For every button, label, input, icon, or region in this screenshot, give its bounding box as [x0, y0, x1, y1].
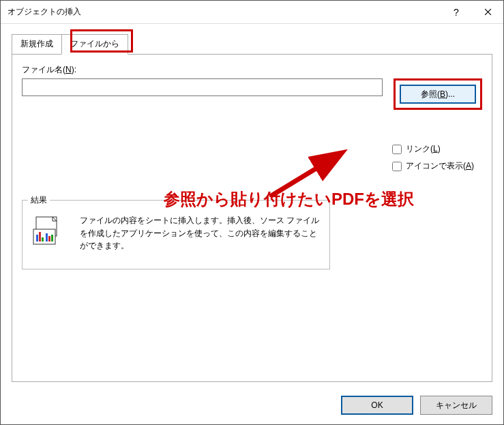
browse-highlight: 参照(B)... — [394, 78, 482, 110]
file-line: 参照(B)... — [22, 78, 482, 110]
tab-panel: ファイル名(N): 参照(B)... リンク(L) アイコンで表示(A) — [12, 54, 492, 382]
filename-label: ファイル名(N): — [22, 64, 482, 76]
icon-checkbox-row[interactable]: アイコンで表示(A) — [392, 160, 474, 172]
window-title: オブジェクトの挿入 — [8, 6, 81, 18]
dialog-buttons: OK キャンセル — [1, 389, 503, 424]
ok-button[interactable]: OK — [341, 396, 413, 415]
svg-rect-6 — [46, 233, 48, 241]
close-icon — [484, 8, 492, 16]
svg-rect-7 — [48, 236, 50, 241]
result-body: ファイルの内容をシートに挿入します。挿入後、ソース ファイルを作成したアプリケー… — [32, 214, 320, 252]
svg-rect-8 — [51, 235, 53, 241]
file-row: ファイル名(N): 参照(B)... — [22, 64, 482, 110]
result-description: ファイルの内容をシートに挿入します。挿入後、ソース ファイルを作成したアプリケー… — [80, 214, 320, 252]
content-area: 新規作成 ファイルから ファイル名(N): 参照(B)... リンク(L) — [1, 24, 503, 389]
result-title: 結果 — [28, 194, 50, 206]
svg-rect-5 — [42, 237, 44, 241]
link-checkbox-row[interactable]: リンク(L) — [392, 143, 474, 155]
close-button[interactable] — [472, 1, 503, 23]
tab-create-new[interactable]: 新規作成 — [12, 34, 62, 55]
svg-rect-3 — [36, 235, 38, 241]
help-button[interactable]: ? — [441, 1, 472, 23]
svg-rect-4 — [39, 232, 41, 241]
link-checkbox[interactable] — [392, 145, 402, 154]
titlebar: オブジェクトの挿入 ? — [1, 1, 503, 24]
result-icon — [32, 214, 65, 249]
annotation-text: 参照から貼り付けたいPDFを選択 — [164, 188, 414, 210]
icon-checkbox-label: アイコンで表示(A) — [406, 160, 474, 172]
icon-checkbox[interactable] — [392, 162, 402, 171]
result-group: 結果 ファイルの内容をシートに挿入します。挿入後、ソース — [22, 200, 330, 269]
link-checkbox-label: リンク(L) — [406, 143, 441, 155]
cancel-button[interactable]: キャンセル — [420, 396, 492, 415]
tab-strip: 新規作成 ファイルから — [12, 33, 492, 54]
browse-button[interactable]: 参照(B)... — [400, 85, 476, 104]
filename-input[interactable] — [22, 78, 383, 96]
titlebar-controls: ? — [441, 1, 503, 23]
embed-object-icon — [32, 214, 65, 247]
checkbox-group: リンク(L) アイコンで表示(A) — [392, 143, 474, 172]
tab-from-file[interactable]: ファイルから — [61, 34, 128, 55]
